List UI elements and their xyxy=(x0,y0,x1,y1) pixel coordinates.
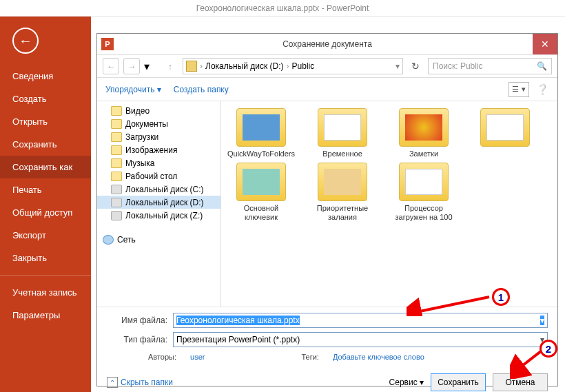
side-share[interactable]: Общий доступ xyxy=(0,201,91,224)
app-title-bar: Геохронологическая шкала.pptx - PowerPoi… xyxy=(0,0,565,17)
dialog-body: Видео Документы Загрузки Изображения Муз… xyxy=(97,101,557,307)
filename-label: Имя файла: xyxy=(107,316,167,325)
tags-label: Теги: xyxy=(301,353,318,361)
dialog-toolbar: Упорядочить ▾ Создать папку ☰ ▾ ❔ xyxy=(97,78,557,101)
folder-label: Заметки xyxy=(409,149,438,158)
side-save[interactable]: Сохранить xyxy=(0,133,91,156)
tree-item-desktop[interactable]: Рабочий стол xyxy=(97,169,220,183)
chevron-down-icon[interactable]: ▾ xyxy=(540,316,544,325)
help-button[interactable]: ❔ xyxy=(536,83,549,96)
new-folder-button[interactable]: Создать папку xyxy=(174,85,229,94)
file-list: QuickWayToFolders Временное Заметки x Ос… xyxy=(221,101,557,307)
filename-input[interactable]: Геохронологическая шкала.pptx ▾ xyxy=(173,313,548,328)
folder-thumb[interactable]: Приоритетные залания xyxy=(308,163,377,222)
nav-back-button[interactable]: ← xyxy=(103,58,119,74)
folder-thumb[interactable]: Временное xyxy=(308,108,377,158)
side-print[interactable]: Печать xyxy=(0,178,91,201)
folder-label: Процессор загружен на 100 xyxy=(389,204,458,222)
authors-value[interactable]: user xyxy=(190,353,205,361)
service-button[interactable]: Сервис ▾ xyxy=(389,378,424,387)
hide-folders-button[interactable]: ⌃ Скрыть папки xyxy=(107,377,173,388)
side-account[interactable]: Учетная запись xyxy=(0,281,91,304)
recent-dropdown-icon[interactable]: ▾ xyxy=(144,60,158,73)
chevron-down-icon[interactable]: ▾ xyxy=(395,61,400,71)
annotation-1: 1 xyxy=(492,288,510,306)
refresh-button[interactable]: ↻ xyxy=(407,58,424,74)
powerpoint-icon: P xyxy=(101,38,114,50)
sidebar-separator xyxy=(0,275,91,276)
folder-icon xyxy=(111,119,122,129)
dialog-footer: ⌃ Скрыть папки Сервис ▾ Сохранить Отмена xyxy=(97,367,557,392)
cancel-button[interactable]: Отмена xyxy=(493,373,548,391)
breadcrumb[interactable]: › Локальный диск (D:) › Public ▾ xyxy=(183,58,403,74)
authors-label: Авторы: xyxy=(148,353,176,361)
folder-label: QuickWayToFolders xyxy=(227,149,295,158)
side-create[interactable]: Создать xyxy=(0,87,91,110)
nav-up-button[interactable]: ↑ xyxy=(162,58,178,74)
disk-icon xyxy=(111,211,122,220)
organize-button[interactable]: Упорядочить ▾ xyxy=(105,85,161,94)
tree-item-video[interactable]: Видео xyxy=(97,104,220,117)
side-options[interactable]: Параметры xyxy=(0,304,91,327)
breadcrumb-folder[interactable]: Public xyxy=(292,61,315,71)
side-export[interactable]: Экспорт xyxy=(0,224,91,247)
disk-icon xyxy=(111,198,122,207)
filetype-label: Тип файла: xyxy=(107,335,167,344)
folder-thumb[interactable]: Основной ключевик xyxy=(227,163,296,222)
chevron-right-icon: › xyxy=(287,61,289,71)
save-dialog: P Сохранение документа ✕ ← → ▾ ↑ › Локал… xyxy=(96,33,558,386)
folder-icon xyxy=(111,106,122,116)
search-icon: 🔍 xyxy=(537,61,547,71)
tree-item-drive-d[interactable]: Локальный диск (D:) xyxy=(97,196,220,209)
folder-thumb[interactable]: Процессор загружен на 100 xyxy=(389,163,458,222)
dialog-titlebar: P Сохранение документа ✕ xyxy=(97,34,557,54)
folder-thumb[interactable]: QuickWayToFolders xyxy=(227,108,296,158)
tree-item-downloads[interactable]: Загрузки xyxy=(97,130,220,143)
breadcrumb-drive[interactable]: Локальный диск (D:) xyxy=(205,61,284,71)
folder-icon xyxy=(111,132,122,142)
folder-label: Основной ключевик xyxy=(227,204,296,222)
folder-thumb[interactable]: x xyxy=(471,108,540,158)
side-info[interactable]: Сведения xyxy=(0,65,91,87)
close-button[interactable]: ✕ xyxy=(533,34,557,54)
dialog-title: Сохранение документа xyxy=(282,39,372,49)
chevron-up-icon: ⌃ xyxy=(107,377,118,388)
chevron-right-icon: › xyxy=(200,61,203,71)
tree-item-network[interactable]: Сеть xyxy=(97,233,220,246)
folder-label: Приоритетные залания xyxy=(308,204,377,222)
folder-icon xyxy=(111,158,122,168)
tree-item-drive-z[interactable]: Локальный диск (Z:) xyxy=(97,209,220,222)
side-close[interactable]: Закрыть xyxy=(0,247,91,269)
filetype-select[interactable]: Презентация PowerPoint (*.pptx) ▾ xyxy=(173,332,548,347)
nav-forward-button[interactable]: → xyxy=(123,58,140,74)
save-button[interactable]: Сохранить xyxy=(431,373,486,391)
folder-icon xyxy=(111,172,122,181)
folder-tree: Видео Документы Загрузки Изображения Муз… xyxy=(97,101,221,307)
network-icon xyxy=(103,235,114,245)
app-title: Геохронологическая шкала.pptx - PowerPoi… xyxy=(196,3,369,13)
backstage-sidebar: Сведения Создать Открыть Сохранить Сохра… xyxy=(0,17,91,392)
tree-item-documents[interactable]: Документы xyxy=(97,117,220,130)
side-save-as[interactable]: Сохранить как xyxy=(0,156,91,178)
search-input[interactable]: Поиск: Public 🔍 xyxy=(428,58,552,74)
meta-row: Авторы: user Теги: Добавьте ключевое сло… xyxy=(107,353,548,361)
tags-add[interactable]: Добавьте ключевое слово xyxy=(333,353,424,361)
folder-thumb[interactable]: Заметки xyxy=(389,108,458,158)
back-button[interactable] xyxy=(12,28,39,54)
side-open[interactable]: Открыть xyxy=(0,110,91,133)
annotation-2: 2 xyxy=(540,340,557,358)
address-bar: ← → ▾ ↑ › Локальный диск (D:) › Public ▾… xyxy=(97,54,557,78)
tree-item-pictures[interactable]: Изображения xyxy=(97,143,220,156)
search-placeholder: Поиск: Public xyxy=(433,61,483,71)
disk-icon xyxy=(111,185,122,194)
filename-value: Геохронологическая шкала.pptx xyxy=(176,316,300,325)
filetype-value: Презентация PowerPoint (*.pptx) xyxy=(176,335,300,344)
tree-item-drive-c[interactable]: Локальный диск (C:) xyxy=(97,183,220,196)
view-button[interactable]: ☰ ▾ xyxy=(508,82,529,97)
tree-item-music[interactable]: Музыка xyxy=(97,156,220,169)
drive-icon xyxy=(186,61,197,72)
folder-label: Временное xyxy=(322,149,362,158)
form-area: Имя файла: Геохронологическая шкала.pptx… xyxy=(97,307,557,367)
folder-icon xyxy=(111,145,122,155)
